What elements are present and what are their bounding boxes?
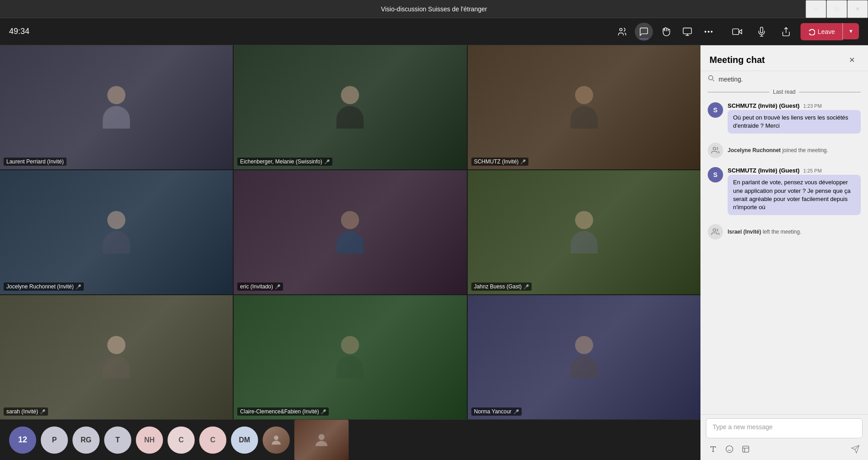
more-options-button[interactable]: ••• (700, 23, 718, 41)
format-text-button[interactable] (706, 442, 720, 456)
call-timer: 49:34 (9, 27, 29, 36)
chat-search-text: meeting. (719, 76, 743, 83)
title-bar: Visio-discussion Suisses de l'étranger −… (0, 0, 868, 18)
system-text-2: Israel (Invité) left the meeting. (728, 228, 801, 236)
leave-dropdown-button[interactable]: ▾ (843, 23, 859, 39)
participant-name-2: Eichenberger, Melanie (Swissinfo) 🎤 (237, 158, 332, 166)
avatar-t[interactable]: T (104, 426, 131, 454)
chat-messages[interactable]: S SCHMUTZ (Invité) (Guest) 1:23 PM Où pe… (700, 97, 868, 414)
video-cell-1[interactable]: Laurent Perriard (Invité) (0, 45, 233, 169)
msg-sender-1: SCHMUTZ (Invité) (Guest) (728, 102, 800, 109)
msg-content-2: SCHMUTZ (Invité) (Guest) 1:25 PM En parl… (728, 167, 861, 215)
msg-bubble-1: Où peut on trouvé les liens vers les soc… (728, 110, 861, 134)
avatar-photo[interactable] (263, 426, 290, 454)
avatar-dm[interactable]: DM (231, 426, 258, 454)
divider-line-left (708, 92, 769, 92)
participant-name-1: Laurent Perriard (Invité) (4, 158, 67, 166)
svg-point-7 (713, 148, 716, 150)
maximize-button[interactable]: □ (826, 0, 847, 18)
msg-bubble-2: En parlant de vote, pensez vous développ… (728, 175, 861, 215)
right-controls: Leave ▾ (727, 22, 859, 42)
svg-rect-10 (743, 446, 749, 452)
participant-name-9: Norma Yancour 🎤 (471, 407, 522, 416)
msg-avatar-2: S (708, 167, 723, 182)
last-read-label: Last read (773, 89, 796, 95)
svg-rect-1 (683, 28, 691, 34)
participant-name-7: sarah (Invité) 🎤 (4, 407, 48, 416)
chat-search-area: meeting. (700, 71, 868, 87)
minimize-button[interactable]: − (806, 0, 826, 18)
svg-point-4 (274, 436, 278, 440)
msg-time-1: 1:23 PM (803, 103, 822, 109)
svg-point-8 (713, 229, 716, 231)
msg-avatar-1: S (708, 102, 723, 118)
msg-content-1: SCHMUTZ (Invité) (Guest) 1:23 PM Où peut… (728, 102, 861, 134)
participant-name-8: Claire-Clemence&Fabien (Invité) 🎤 (237, 407, 329, 416)
participant-name-6: Jahnz Buess (Gast) 🎤 (471, 283, 532, 291)
system-message-2: Israel (Invité) left the meeting. (708, 222, 861, 241)
mic-button[interactable] (752, 22, 772, 42)
participant-name-4: Jocelyne Ruchonnet (Invité) 🎤 (4, 283, 84, 291)
chat-message-1: S SCHMUTZ (Invité) (Guest) 1:23 PM Où pe… (708, 102, 861, 134)
svg-marker-2 (739, 29, 742, 34)
participant-name-3: SCHMUTZ (Invité) 🎤 (471, 158, 529, 166)
last-read-divider: Last read (700, 87, 868, 97)
video-cell-8[interactable]: Claire-Clemence&Fabien (Invité) 🎤 (234, 295, 466, 419)
avatar-rg[interactable]: RG (72, 426, 100, 454)
avatar-p[interactable]: P (41, 426, 68, 454)
raise-hand-button[interactable] (657, 23, 675, 41)
toolbar: 49:34 ••• (0, 18, 868, 45)
window-controls: − □ ✕ (806, 0, 868, 18)
avatar-nh[interactable]: NH (136, 426, 163, 454)
video-cell-5[interactable]: eric (Invitado) 🎤 (234, 170, 466, 294)
msg-time-2: 1:25 PM (803, 168, 822, 173)
leave-group: Leave ▾ (801, 23, 859, 40)
video-cell-4[interactable]: Jocelyne Ruchonnet (Invité) 🎤 (0, 170, 233, 294)
chat-header: Meeting chat ✕ (700, 45, 868, 71)
chat-panel: Meeting chat ✕ meeting. Last read S SC (700, 45, 868, 460)
svg-point-9 (726, 446, 733, 453)
video-cell-7[interactable]: sarah (Invité) 🎤 (0, 295, 233, 419)
share-screen-button[interactable] (678, 23, 696, 41)
close-button[interactable]: ✕ (847, 0, 868, 18)
chat-close-button[interactable]: ✕ (844, 53, 859, 67)
system-icon-2 (708, 224, 723, 240)
chat-title: Meeting chat (710, 55, 765, 65)
msg-header-2: SCHMUTZ (Invité) (Guest) 1:25 PM (728, 167, 861, 174)
participants-button[interactable] (613, 23, 631, 41)
chat-search-icon (708, 75, 715, 83)
divider-line-right (799, 92, 861, 92)
bottom-bar: 12 P RG T NH C C DM (0, 419, 700, 460)
avatar-c1[interactable]: C (168, 426, 195, 454)
self-video-preview[interactable] (294, 420, 349, 460)
participant-name-5: eric (Invitado) 🎤 (237, 283, 283, 291)
avatar-c2[interactable]: C (199, 426, 226, 454)
system-icon-1 (708, 143, 723, 158)
emoji-button[interactable] (722, 442, 737, 456)
video-cell-6[interactable]: Jahnz Buess (Gast) 🎤 (468, 170, 700, 294)
system-message-1: Jocelyne Ruchonnet joined the meeting. (708, 141, 861, 160)
avatar-12[interactable]: 12 (9, 426, 36, 454)
chat-input-toolbar (706, 442, 863, 456)
share-button[interactable] (776, 22, 796, 42)
msg-sender-2: SCHMUTZ (Invité) (Guest) (728, 167, 800, 174)
chat-input-area: Type a new message (700, 414, 868, 460)
system-text-1: Jocelyne Ruchonnet joined the meeting. (728, 147, 828, 154)
main-layout: Laurent Perriard (Invité) Eichenberger, … (0, 45, 868, 460)
window-title: Visio-discussion Suisses de l'étranger (381, 5, 487, 13)
svg-point-6 (709, 76, 713, 80)
msg-header-1: SCHMUTZ (Invité) (Guest) 1:23 PM (728, 102, 861, 109)
message-input[interactable]: Type a new message (706, 418, 863, 438)
send-button[interactable] (848, 442, 863, 456)
sticker-button[interactable] (739, 442, 753, 456)
leave-button[interactable]: Leave (801, 23, 843, 40)
video-cell-2[interactable]: Eichenberger, Melanie (Swissinfo) 🎤 (234, 45, 466, 169)
video-grid: Laurent Perriard (Invité) Eichenberger, … (0, 45, 700, 419)
svg-point-5 (318, 434, 324, 440)
camera-button[interactable] (727, 22, 747, 42)
chat-button[interactable] (635, 23, 653, 41)
svg-point-0 (619, 28, 622, 30)
video-cell-3[interactable]: SCHMUTZ (Invité) 🎤 (468, 45, 700, 169)
video-cell-9[interactable]: Norma Yancour 🎤 (468, 295, 700, 419)
svg-rect-3 (733, 29, 739, 34)
